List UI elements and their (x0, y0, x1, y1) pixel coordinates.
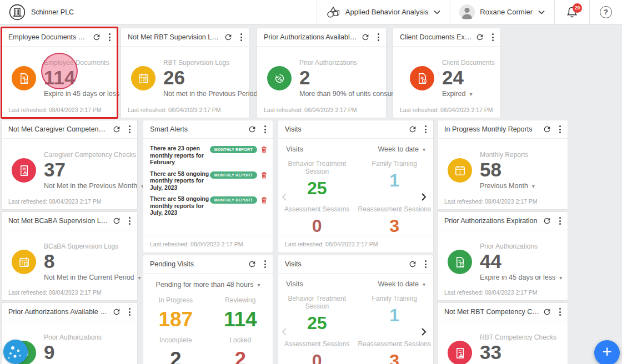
document-clock-icon (12, 66, 36, 90)
metric-label: Assessment Sessions (278, 340, 356, 348)
card-visits-2: Visits Visits Week to date▾ Behavior Tre… (278, 255, 434, 364)
metric-label: Reassessment Sessions (356, 340, 434, 348)
kebab-menu-icon[interactable] (558, 216, 562, 226)
card-in-progress-monthly-reports: In Progress Monthly Reports Monthly Repo… (437, 120, 568, 210)
metric-value: 187 (143, 309, 208, 331)
card-title: Smart Alerts (150, 125, 248, 133)
refresh-icon[interactable] (248, 125, 257, 134)
stat-value: 9 (44, 342, 156, 363)
refresh-icon[interactable] (224, 33, 233, 42)
card-smart-alerts: Smart Alerts There are 23 open monthly r… (143, 120, 273, 253)
trash-icon[interactable] (261, 196, 267, 204)
metric-label: Behavior Treatment Session (278, 295, 356, 310)
carousel-next-icon[interactable] (421, 191, 430, 203)
refresh-icon[interactable] (408, 260, 417, 269)
kebab-menu-icon[interactable] (558, 307, 562, 317)
filter-label: Not Met in the Current Period (44, 274, 134, 281)
pending-filter-dropdown[interactable]: Pending for more than 48 hours▾ (143, 281, 273, 289)
refresh-icon[interactable] (92, 33, 101, 42)
visits-subtitle: Visits (286, 145, 303, 153)
trash-icon[interactable] (261, 146, 267, 153)
document-warning-icon (448, 341, 472, 364)
refresh-icon[interactable] (543, 125, 551, 134)
metric-value: 3 (356, 216, 434, 235)
caret-down-icon: ▾ (559, 275, 562, 281)
kebab-menu-icon[interactable] (424, 124, 428, 134)
caret-down-icon: ▾ (138, 275, 141, 281)
last-refreshed: Last refreshed: 08/04/2023 2:17 PM (8, 289, 102, 296)
kebab-menu-icon[interactable] (377, 32, 380, 42)
calendar-clock-icon (131, 66, 156, 90)
kebab-menu-icon[interactable] (108, 32, 112, 42)
kebab-menu-icon[interactable] (263, 259, 267, 269)
chevron-down-icon (433, 9, 441, 15)
user-menu[interactable]: Roxane Cormier (450, 0, 554, 24)
kebab-menu-icon[interactable] (128, 216, 132, 226)
kebab-menu-icon[interactable] (491, 32, 495, 42)
metric-value: 1 (356, 171, 434, 190)
card-employee-documents-expiration: Employee Documents Expiration Employee D… (1, 28, 118, 118)
stat-filter-dropdown[interactable]: Expire in 45 days or less▾ (44, 90, 126, 98)
stat-filter-dropdown[interactable]: Expire in 45 days or less▾ (480, 274, 562, 281)
range-label: Week to date (378, 280, 419, 288)
refresh-icon[interactable] (475, 33, 484, 42)
stat-filter-dropdown[interactable]: Not met in the Previous Period▾ (163, 90, 264, 98)
document-clock-icon (448, 250, 472, 274)
org-selector[interactable]: Applied Behavior Analysis (317, 0, 450, 24)
help-button[interactable]: ? (590, 0, 622, 24)
trash-icon[interactable] (261, 171, 267, 179)
add-button[interactable]: + (594, 340, 620, 364)
last-refreshed: Last refreshed: 08/04/2023 2:17 PM (444, 198, 538, 205)
refresh-icon[interactable] (408, 125, 417, 134)
range-dropdown[interactable]: Week to date▾ (378, 280, 425, 288)
carousel-prev-icon[interactable] (282, 191, 290, 203)
stat-value: 26 (163, 67, 264, 88)
company-name: Schinner PLC (31, 8, 74, 16)
alert-text: There are 58 ongoing monthly reports for… (150, 170, 210, 191)
cookie-widget-button[interactable] (3, 340, 28, 364)
metric-label: Family Training (356, 295, 434, 302)
top-bar: Schinner PLC Applied Behavior Analysis R… (0, 0, 622, 24)
refresh-icon[interactable] (543, 216, 551, 225)
kebab-menu-icon[interactable] (424, 259, 428, 269)
kebab-menu-icon[interactable] (263, 124, 267, 134)
stat-label: BCaBA Supervision Logs (44, 242, 141, 250)
stat-label: Caregiver Competency Checks (44, 151, 144, 159)
card-not-met-caregiver-competency-checks: Not Met Caregiver Competency Checks Care… (1, 120, 138, 210)
caret-down-icon: ▾ (469, 91, 472, 97)
refresh-icon[interactable] (112, 125, 121, 134)
cookie-icon (3, 340, 28, 364)
stat-filter-dropdown[interactable]: Not Met in the Previous Month▾ (44, 182, 144, 190)
refresh-icon[interactable] (112, 216, 121, 225)
stat-filter-dropdown[interactable]: Not Met in the Current Period▾ (44, 274, 141, 281)
last-refreshed: Last refreshed: 08/04/2023 2:17 PM (400, 107, 493, 113)
stat-label: Client Documents (442, 59, 495, 67)
refresh-icon[interactable] (248, 260, 257, 269)
stat-filter-dropdown[interactable]: Expired▾ (442, 90, 495, 98)
refresh-icon[interactable] (543, 307, 551, 316)
last-refreshed: Last refreshed: 08/04/2023 2:17 PM (8, 107, 102, 113)
carousel-prev-icon[interactable] (282, 326, 290, 337)
metric-label: Assessment Sessions (278, 205, 356, 213)
kebab-menu-icon[interactable] (128, 124, 132, 134)
kebab-menu-icon[interactable] (558, 124, 562, 134)
range-dropdown[interactable]: Week to date▾ (378, 145, 425, 153)
notifications-button[interactable]: 29 (555, 0, 589, 24)
notification-count-badge: 29 (573, 3, 582, 13)
kebab-menu-icon[interactable] (239, 32, 243, 42)
stat-filter-dropdown[interactable]: Previous Month▾ (480, 182, 535, 190)
stat-value: 58 (480, 159, 535, 180)
card-title: Not Met Caregiver Competency Checks (8, 125, 112, 133)
metric-label: Reassessment Sessions (356, 205, 434, 213)
filter-label: More than 90% of units consumed (299, 90, 405, 98)
kebab-menu-icon[interactable] (128, 307, 132, 317)
alert-item: There are 23 open monthly reports for Fe… (150, 145, 267, 166)
card-title: Prior Authorizations Expiration (444, 217, 543, 225)
avatar (459, 4, 475, 20)
caret-down-icon: ▾ (532, 183, 535, 189)
carousel-next-icon[interactable] (421, 326, 430, 337)
card-title: Visits (285, 260, 408, 268)
refresh-icon[interactable] (112, 307, 121, 316)
metric-label: In Progress (143, 296, 208, 304)
refresh-icon[interactable] (361, 33, 370, 42)
